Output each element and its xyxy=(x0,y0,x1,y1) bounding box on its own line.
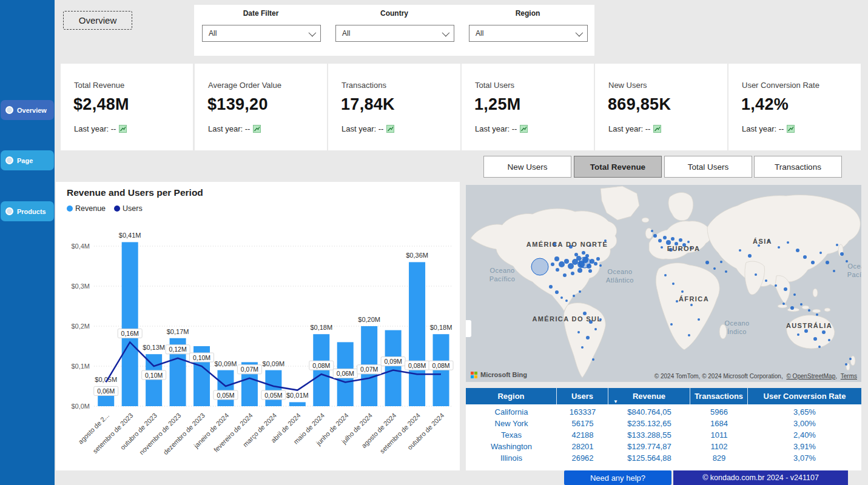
map-bubble[interactable] xyxy=(849,358,852,360)
map-bubble[interactable] xyxy=(581,346,584,349)
attribution-terms-link[interactable]: Terms xyxy=(841,373,857,380)
map-bubble[interactable] xyxy=(679,238,682,242)
map-bubble[interactable] xyxy=(574,253,578,256)
map-bubble[interactable] xyxy=(669,248,673,252)
map-bubble[interactable] xyxy=(755,273,757,276)
map-bubble[interactable] xyxy=(554,256,559,261)
column-header-revenue[interactable]: Revenue▼ xyxy=(608,388,690,404)
metric-button-new-users[interactable]: New Users xyxy=(483,156,571,178)
map-bubble[interactable] xyxy=(577,268,582,273)
map-bubble[interactable] xyxy=(784,287,787,291)
map-bubble[interactable] xyxy=(672,283,675,285)
column-header-transactions[interactable]: Transactions xyxy=(690,388,748,404)
map-bubble[interactable] xyxy=(594,328,597,330)
map-bubble[interactable] xyxy=(698,318,700,321)
revenue-bar[interactable] xyxy=(265,370,281,406)
map-bubble[interactable] xyxy=(819,252,822,254)
map-bubble[interactable] xyxy=(583,312,587,315)
revenue-bar[interactable] xyxy=(409,262,425,406)
map-bubble[interactable] xyxy=(796,249,799,252)
map-bubble[interactable] xyxy=(690,247,692,249)
map-bubble-halo[interactable] xyxy=(531,258,548,275)
map-bubble[interactable] xyxy=(804,329,808,333)
map-bubble[interactable] xyxy=(793,293,796,296)
filter-dropdown[interactable]: All xyxy=(202,25,321,42)
map-bubble[interactable] xyxy=(800,303,802,306)
table-row[interactable]: New York56175$235.132,6516843,00% xyxy=(466,418,861,429)
map-bubble[interactable] xyxy=(596,257,600,261)
map-bubble[interactable] xyxy=(666,240,671,245)
map-bubble[interactable] xyxy=(661,246,663,249)
map-bubble[interactable] xyxy=(555,290,559,294)
revenue-bar[interactable] xyxy=(122,242,138,406)
map-bubble[interactable] xyxy=(705,261,709,264)
map-bubble[interactable] xyxy=(599,264,602,267)
map-bubble[interactable] xyxy=(599,318,602,321)
map-bubble[interactable] xyxy=(559,261,565,267)
map-bubble[interactable] xyxy=(720,261,722,263)
map-bubble[interactable] xyxy=(765,279,767,282)
table-row[interactable]: Washington28201$129.774,8711023,91% xyxy=(466,441,861,452)
map-bubble[interactable] xyxy=(670,323,673,326)
table-row[interactable]: California163337$840.764,0559663,65% xyxy=(466,406,861,418)
map-bubble[interactable] xyxy=(713,267,716,270)
filter-dropdown[interactable]: All xyxy=(335,25,454,42)
map-bubble[interactable] xyxy=(836,244,838,246)
map-bubble[interactable] xyxy=(576,256,581,261)
map-bubble[interactable] xyxy=(556,268,559,272)
map-bubble[interactable] xyxy=(681,290,684,293)
map-bubble[interactable] xyxy=(846,260,848,263)
map-bubble[interactable] xyxy=(653,234,657,238)
table-row[interactable]: Illinois26962$125.564,888293,07% xyxy=(466,452,861,464)
column-header-region[interactable]: Region xyxy=(466,388,557,404)
metric-button-total-users[interactable]: Total Users xyxy=(664,156,752,178)
map-bubble[interactable] xyxy=(569,245,573,249)
column-header-user-conversion-rate[interactable]: User Conversion Rate xyxy=(748,388,861,404)
metric-button-transactions[interactable]: Transactions xyxy=(754,156,842,178)
map-bubble[interactable] xyxy=(688,334,690,336)
map-bubble[interactable] xyxy=(577,331,580,333)
map-bubble[interactable] xyxy=(822,330,826,334)
map-bubble[interactable] xyxy=(571,272,574,275)
map-bubble[interactable] xyxy=(586,336,590,340)
map-bubble[interactable] xyxy=(758,244,760,247)
map-bubble[interactable] xyxy=(816,313,818,316)
map-bubble[interactable] xyxy=(833,270,835,272)
map-bubble[interactable] xyxy=(840,252,844,256)
map-bubble[interactable] xyxy=(767,239,770,242)
map-bubble[interactable] xyxy=(549,285,553,289)
revenue-bar[interactable] xyxy=(217,370,234,406)
map-bubble[interactable] xyxy=(797,333,799,336)
map-bubble[interactable] xyxy=(573,295,575,297)
sidebar-item-page[interactable]: Page xyxy=(1,150,54,170)
map-bubble[interactable] xyxy=(604,239,607,242)
map-bubble[interactable] xyxy=(590,259,594,264)
sidebar-item-products[interactable]: Products xyxy=(1,201,54,221)
map-bubble[interactable] xyxy=(778,246,780,249)
map-bubble[interactable] xyxy=(808,309,810,312)
metric-button-total-revenue[interactable]: Total Revenue xyxy=(574,156,662,178)
map-bubble[interactable] xyxy=(818,346,821,348)
filter-dropdown[interactable]: All xyxy=(469,25,588,42)
map-bubble[interactable] xyxy=(588,269,592,273)
map-bubble[interactable] xyxy=(594,262,597,266)
map-bubble[interactable] xyxy=(678,248,681,250)
column-header-users[interactable]: Users xyxy=(557,388,608,404)
revenue-bar[interactable] xyxy=(146,354,162,406)
map-bubble[interactable] xyxy=(671,237,675,241)
map-bubble[interactable] xyxy=(739,249,741,252)
map-bubble[interactable] xyxy=(551,263,554,266)
map-bubble[interactable] xyxy=(790,306,794,310)
map-bubble[interactable] xyxy=(587,264,591,269)
map-bubble[interactable] xyxy=(811,261,815,264)
revenue-bar[interactable] xyxy=(289,402,306,406)
attribution-osm-link[interactable]: © OpenStreetMap xyxy=(786,373,835,380)
map-bubble[interactable] xyxy=(787,241,789,244)
map-bubble[interactable] xyxy=(826,261,829,264)
map-bubble[interactable] xyxy=(589,320,593,324)
map-bubble[interactable] xyxy=(658,239,662,242)
map-bubble[interactable] xyxy=(553,242,556,246)
map-bubble[interactable] xyxy=(664,274,667,276)
map-bubble[interactable] xyxy=(682,243,686,247)
map-bubble[interactable] xyxy=(782,303,785,305)
